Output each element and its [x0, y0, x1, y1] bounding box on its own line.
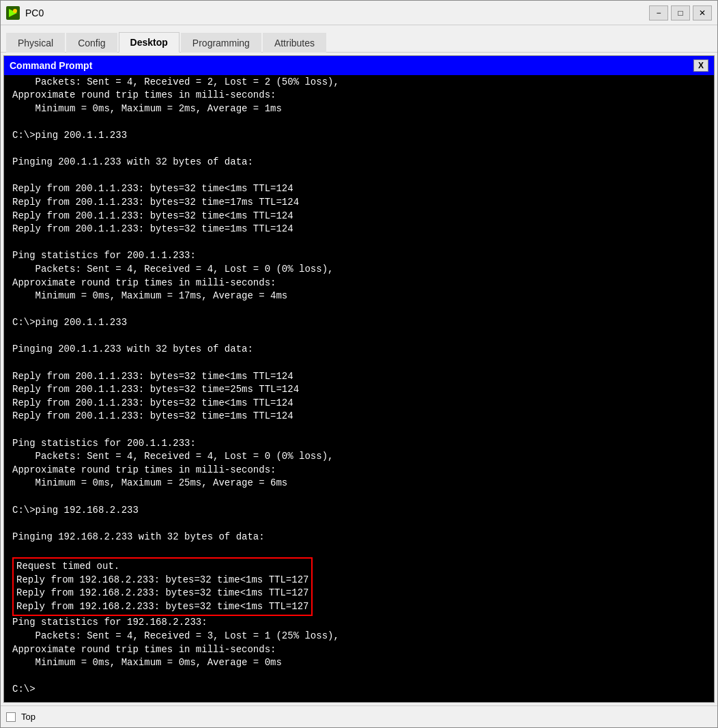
- maximize-button[interactable]: □: [671, 5, 690, 20]
- terminal-wrapper: Ping statistics for 200.1.1.233: Packets…: [4, 75, 714, 702]
- window-title: PC0: [25, 8, 44, 18]
- close-window-button[interactable]: ✕: [693, 5, 712, 20]
- tab-physical[interactable]: Physical: [6, 33, 65, 53]
- bottom-bar: Top: [1, 705, 717, 727]
- title-bar: PC0 − □ ✕: [1, 1, 717, 25]
- terminal[interactable]: Ping statistics for 200.1.1.233: Packets…: [4, 75, 714, 702]
- window-controls: − □ ✕: [649, 5, 712, 20]
- minimize-button[interactable]: −: [649, 5, 668, 20]
- cmd-title-bar: Command Prompt X: [4, 56, 714, 75]
- svg-point-2: [13, 9, 17, 13]
- app-icon: [6, 6, 20, 20]
- tab-desktop[interactable]: Desktop: [119, 32, 180, 53]
- cmd-title-text: Command Prompt: [10, 60, 92, 71]
- tab-attributes[interactable]: Attributes: [263, 33, 326, 53]
- tab-bar: Physical Config Desktop Programming Attr…: [1, 25, 717, 53]
- top-label: Top: [21, 712, 35, 722]
- main-window: PC0 − □ ✕ Physical Config Desktop Progra…: [0, 0, 718, 728]
- title-bar-left: PC0: [6, 6, 44, 20]
- top-checkbox[interactable]: [6, 712, 16, 722]
- cmd-close-button[interactable]: X: [693, 59, 708, 72]
- tab-config[interactable]: Config: [66, 33, 117, 53]
- tab-programming[interactable]: Programming: [181, 33, 261, 53]
- main-content: Command Prompt X Ping statistics for 200…: [1, 53, 717, 705]
- cmd-window: Command Prompt X Ping statistics for 200…: [3, 55, 715, 703]
